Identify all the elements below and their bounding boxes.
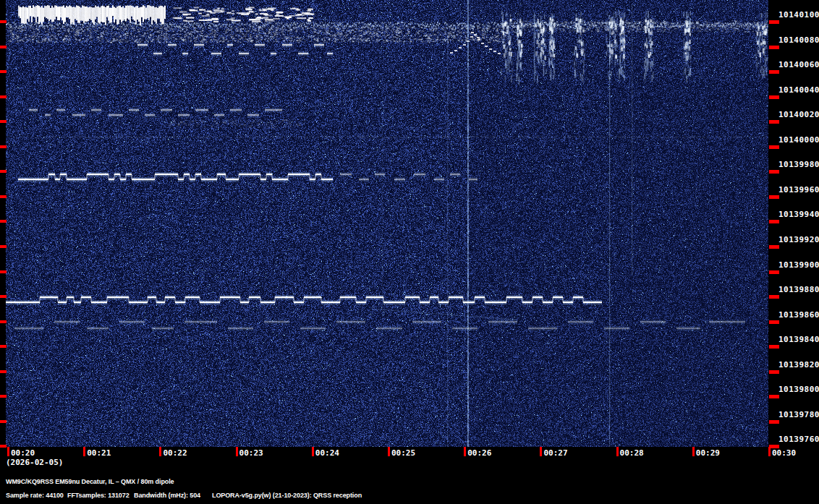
freq-tick-left xyxy=(0,95,7,98)
date-label: (2026-02-05) xyxy=(6,458,63,467)
freq-tick-left xyxy=(0,145,7,148)
freq-tick-right xyxy=(769,370,779,374)
time-label: 00:21 xyxy=(87,448,111,458)
station-info-line: WM9C/KQ9RSS EM59nu Decatur, IL – QMX / 8… xyxy=(6,478,174,485)
spectrogram-canvas xyxy=(6,0,768,447)
freq-tick-right xyxy=(769,220,779,223)
freq-tick-right xyxy=(769,420,779,424)
freq-tick-left xyxy=(0,370,7,373)
time-tick xyxy=(692,447,695,456)
freq-label: 10139880 xyxy=(778,285,819,294)
time-tick xyxy=(312,447,314,456)
freq-label: 10139800 xyxy=(778,385,819,394)
time-label: 00:22 xyxy=(163,448,187,458)
freq-tick-right xyxy=(769,295,779,299)
freq-label: 10139760 xyxy=(778,435,819,444)
freq-tick-left xyxy=(0,395,7,398)
freq-tick-left xyxy=(0,70,7,73)
time-tick xyxy=(464,447,466,456)
freq-tick-right xyxy=(769,120,779,124)
freq-label: 10140080 xyxy=(778,35,819,45)
bandwidth-label: Bandwidth (mHz): 504 xyxy=(134,492,200,499)
time-tick xyxy=(768,447,771,456)
freq-label: 10139900 xyxy=(778,260,819,270)
freq-tick-left xyxy=(0,195,7,198)
freq-tick-right xyxy=(769,320,779,324)
freq-label: 10140020 xyxy=(778,110,819,119)
freq-label: 10140040 xyxy=(778,85,819,95)
time-label: 00:27 xyxy=(543,448,567,458)
time-tick xyxy=(388,447,390,456)
time-tick xyxy=(159,447,161,456)
freq-tick-left xyxy=(0,120,7,123)
freq-tick-right xyxy=(769,395,779,398)
freq-tick-right xyxy=(769,95,779,99)
time-tick xyxy=(616,447,619,456)
time-label: 00:30 xyxy=(772,448,796,458)
freq-tick-left xyxy=(0,295,7,298)
freq-label: 10139960 xyxy=(778,185,819,195)
freq-tick-right xyxy=(769,145,779,149)
freq-tick-left xyxy=(0,445,7,448)
freq-tick-left xyxy=(0,420,7,423)
freq-tick-right xyxy=(769,170,779,174)
time-label: 00:28 xyxy=(620,448,644,458)
qrss-grabber-spectrogram: 1014010010140080101400601014004010140020… xyxy=(0,0,819,504)
freq-tick-right xyxy=(769,195,779,199)
freq-tick-left xyxy=(0,345,7,348)
time-tick xyxy=(83,447,85,456)
freq-tick-right xyxy=(769,345,779,349)
freq-tick-left xyxy=(0,46,7,48)
freq-label: 10139840 xyxy=(778,335,819,344)
freq-tick-right xyxy=(769,245,779,249)
freq-label: 10139860 xyxy=(778,310,819,320)
freq-label: 10140100 xyxy=(778,10,819,20)
time-label: 00:25 xyxy=(391,448,415,458)
software-version-label: LOPORA-v5g.py(w) (21-10-2023): QRSS rece… xyxy=(212,492,362,499)
freq-tick-right xyxy=(769,270,779,274)
freq-label: 10139980 xyxy=(778,160,819,169)
freq-tick-left xyxy=(0,220,7,223)
freq-tick-left xyxy=(0,170,7,173)
time-label: 00:29 xyxy=(696,448,720,458)
freq-label: 10140000 xyxy=(778,135,819,145)
time-label: 00:23 xyxy=(239,448,263,458)
freq-tick-left xyxy=(0,245,7,248)
freq-label: 10139940 xyxy=(778,210,819,219)
time-label: 00:24 xyxy=(315,448,339,458)
time-tick xyxy=(236,447,238,456)
freq-tick-right xyxy=(769,70,779,74)
freq-tick-right xyxy=(769,20,779,24)
time-label: 00:26 xyxy=(467,448,491,458)
freq-label: 10139920 xyxy=(778,235,819,244)
freq-label: 10139780 xyxy=(778,410,819,419)
freq-tick-right xyxy=(769,46,779,49)
freq-tick-left xyxy=(0,270,7,273)
time-tick xyxy=(7,447,9,456)
freq-tick-left xyxy=(0,20,7,23)
time-label: 00:20 xyxy=(11,448,35,458)
freq-label: 10139820 xyxy=(778,360,819,370)
fft-samples-label: FFTsamples: 131072 xyxy=(67,492,130,499)
time-tick xyxy=(540,447,542,456)
sample-rate-label: Sample rate: 44100 xyxy=(6,492,64,499)
freq-tick-left xyxy=(0,320,7,323)
freq-label: 10140060 xyxy=(778,60,819,69)
